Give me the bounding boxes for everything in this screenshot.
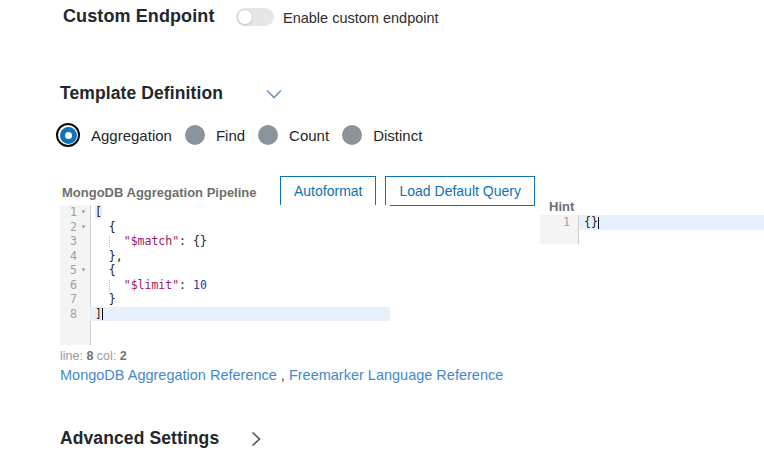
fold-spacer (77, 234, 90, 249)
pipeline-editor-label: MongoDB Aggregation Pipeline (62, 185, 257, 200)
code-text: { (90, 220, 390, 235)
advanced-settings-title[interactable]: Advanced Settings (60, 428, 219, 449)
fold-spacer (77, 292, 90, 307)
reference-links: MongoDB Aggregation Reference,Freemarker… (60, 367, 503, 383)
radio-label: Aggregation (91, 127, 172, 144)
line-number: 8 (60, 307, 77, 322)
radio-selected-icon[interactable] (56, 123, 80, 147)
link-separator: , (281, 367, 285, 383)
chevron-right-icon[interactable] (251, 431, 261, 447)
template-definition-title[interactable]: Template Definition (60, 83, 223, 104)
code-line[interactable]: 1▾[ (60, 205, 390, 220)
custom-endpoint-toggle[interactable] (236, 8, 274, 26)
radio-unselected-icon[interactable] (258, 125, 278, 145)
status-line-label: line: (60, 349, 83, 363)
chevron-down-icon[interactable] (266, 89, 282, 99)
fold-arrow-icon[interactable]: ▾ (77, 263, 90, 278)
editor-buttons: AutoformatLoad Default Query (280, 176, 535, 206)
code-line[interactable]: 1{} (540, 215, 764, 230)
radio-label: Count (289, 127, 329, 144)
radio-option-aggregation[interactable]: Aggregation (56, 123, 172, 147)
radio-option-distinct[interactable]: Distinct (342, 125, 422, 145)
mongodb-aggregation-reference-link[interactable]: MongoDB Aggregation Reference (60, 367, 277, 383)
code-text: } (90, 292, 390, 307)
freemarker-language-reference-link[interactable]: Freemarker Language Reference (289, 367, 503, 383)
status-line-value: 8 (86, 349, 93, 363)
fold-spacer (77, 278, 90, 293)
text-cursor (102, 308, 103, 320)
line-number: 7 (60, 292, 77, 307)
fold-spacer (77, 307, 90, 322)
line-number: 3 (60, 234, 77, 249)
code-text: { (90, 263, 390, 278)
custom-endpoint-toggle-caption: Enable custom endpoint (283, 10, 439, 26)
radio-group: AggregationFindCountDistinct (56, 123, 422, 147)
radio-label: Find (216, 127, 245, 144)
hint-code-lines: 1{} (540, 215, 764, 244)
line-number: 1 (540, 215, 579, 230)
cursor-position-status: line: 8 col: 2 (60, 349, 127, 363)
code-text: [ (90, 205, 390, 220)
code-line[interactable]: 5▾ { (60, 263, 390, 278)
autoformat-button[interactable]: Autoformat (280, 176, 376, 206)
code-text: "$limit": 10 (90, 278, 390, 293)
code-text: }, (90, 249, 390, 264)
radio-unselected-icon[interactable] (342, 125, 362, 145)
radio-option-count[interactable]: Count (258, 125, 329, 145)
code-line[interactable]: 2▾ { (60, 220, 390, 235)
code-line[interactable]: 8] (60, 307, 390, 322)
fold-arrow-icon[interactable]: ▾ (77, 205, 90, 220)
status-col-value: 2 (120, 349, 127, 363)
pipeline-code-lines: 1▾[2▾ {3 "$match": {}4 },5▾ {6 "$limit":… (60, 205, 390, 321)
code-line[interactable]: 4 }, (60, 249, 390, 264)
code-text: {} (579, 215, 764, 230)
status-col-label: col: (97, 349, 116, 363)
custom-endpoint-title: Custom Endpoint (63, 6, 214, 27)
radio-unselected-icon[interactable] (185, 125, 205, 145)
line-number: 4 (60, 249, 77, 264)
line-number: 6 (60, 278, 77, 293)
code-line[interactable]: 7 } (60, 292, 390, 307)
code-text: "$match": {} (90, 234, 390, 249)
pipeline-code-editor[interactable]: 1▾[2▾ {3 "$match": {}4 },5▾ {6 "$limit":… (60, 205, 390, 345)
load-default-query-button[interactable]: Load Default Query (385, 176, 534, 206)
text-cursor (598, 217, 599, 229)
line-number: 1 (60, 205, 77, 220)
fold-arrow-icon[interactable]: ▾ (77, 220, 90, 235)
code-text: ] (90, 307, 390, 322)
line-number: 5 (60, 263, 77, 278)
code-line[interactable]: 6 "$limit": 10 (60, 278, 390, 293)
code-line[interactable] (540, 230, 764, 245)
hint-label: Hint (549, 199, 574, 214)
fold-spacer (77, 249, 90, 264)
radio-option-find[interactable]: Find (185, 125, 245, 145)
code-line[interactable]: 3 "$match": {} (60, 234, 390, 249)
line-number: 2 (60, 220, 77, 235)
toggle-knob-icon (237, 9, 253, 25)
radio-label: Distinct (373, 127, 422, 144)
code-text (579, 230, 764, 245)
hint-code-editor[interactable]: 1{} (540, 215, 764, 244)
line-number (540, 230, 579, 245)
